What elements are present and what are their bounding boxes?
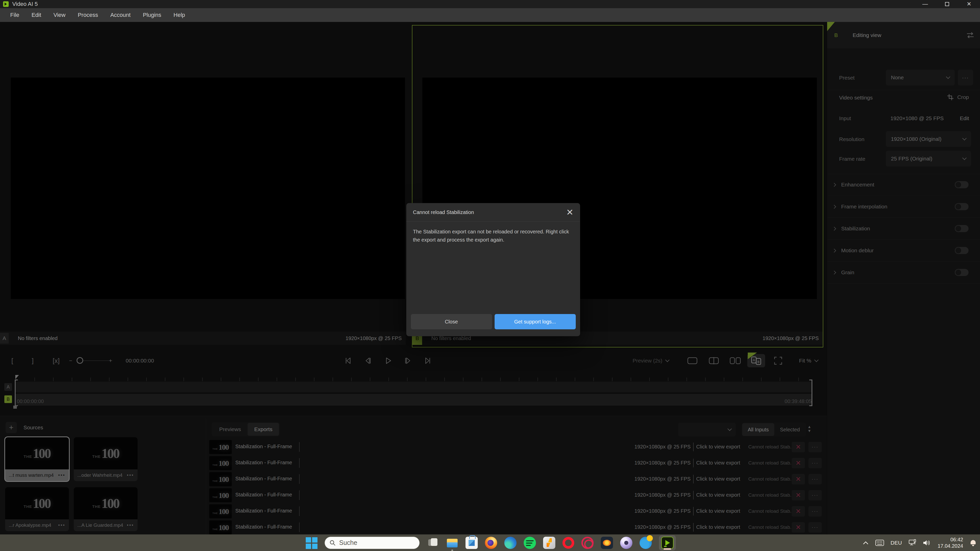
taskbar-app-explorer[interactable] [446, 537, 458, 549]
keyboard-language[interactable]: DEU [891, 540, 902, 546]
menu-item-view[interactable]: View [47, 8, 72, 22]
dialog-header: Cannot reload Stabilization ✕ [406, 203, 580, 222]
dialog-title: Cannot reload Stabilization [413, 210, 474, 215]
taskbar-app-firefox[interactable] [485, 537, 497, 549]
taskbar-app-videoai-active[interactable] [659, 535, 676, 551]
menu-bar: FileEditViewProcessAccountPluginsHelp [0, 8, 980, 22]
search-placeholder: Suche [339, 539, 357, 546]
dialog-footer: Close Get support logs... [406, 314, 580, 329]
error-dialog: Cannot reload Stabilization ✕ The Stabil… [406, 203, 580, 336]
menu-item-help[interactable]: Help [167, 8, 191, 22]
taskbar: Suche DEU 06:42 17.04.2024 [0, 534, 980, 551]
menu-item-edit[interactable]: Edit [25, 8, 47, 22]
taskbar-app-winamp[interactable] [543, 537, 555, 549]
active-app-indicator [663, 548, 671, 550]
search-icon [329, 540, 336, 546]
menu-item-plugins[interactable]: Plugins [137, 8, 167, 22]
system-tray: DEU 06:42 17.04.2024 [862, 534, 977, 551]
videoai-icon [661, 537, 673, 549]
clock-time: 06:42 [938, 537, 963, 543]
dialog-support-logs-button[interactable]: Get support logs... [495, 314, 576, 329]
dialog-close-button[interactable]: Close [411, 314, 492, 329]
taskbar-app-taskview[interactable] [427, 537, 439, 549]
window-controls: — ✕ [914, 0, 980, 8]
taskbar-app-operagx[interactable] [581, 537, 593, 549]
dialog-close-icon[interactable]: ✕ [566, 208, 574, 217]
maximize-button[interactable] [936, 0, 958, 8]
dialog-body-text: The Stabilization export can not be relo… [413, 227, 573, 244]
running-indicator [452, 549, 453, 551]
title-bar: Video AI 5 — ✕ [0, 0, 980, 8]
clock-date: 17.04.2024 [938, 543, 963, 549]
menu-item-file[interactable]: File [4, 8, 25, 22]
menu-item-account[interactable]: Account [104, 8, 137, 22]
taskbar-app-opera[interactable] [563, 537, 574, 549]
taskbar-app-edge[interactable] [504, 537, 517, 549]
search-input[interactable]: Suche [325, 537, 420, 549]
clock[interactable]: 06:42 17.04.2024 [938, 537, 963, 549]
volume-icon[interactable] [923, 540, 931, 546]
touch-keyboard-icon[interactable] [875, 540, 884, 546]
taskbar-app-spotify[interactable] [524, 537, 536, 549]
network-icon[interactable] [908, 539, 916, 546]
taskbar-app-store[interactable] [466, 537, 478, 549]
taskbar-apps: Suche [305, 534, 676, 551]
close-button[interactable]: ✕ [958, 0, 980, 8]
taskbar-app-aimp[interactable] [601, 537, 613, 549]
notification-bell-icon[interactable] [970, 540, 977, 546]
taskbar-app-start[interactable] [305, 537, 318, 549]
app-logo-icon [3, 1, 9, 7]
tray-expand-icon[interactable] [862, 541, 869, 545]
menu-item-process[interactable]: Process [72, 8, 104, 22]
minimize-button[interactable]: — [914, 0, 936, 8]
taskbar-app-tor[interactable] [640, 537, 652, 549]
taskbar-app-orb[interactable] [620, 537, 632, 549]
window-title: Video AI 5 [12, 1, 38, 7]
